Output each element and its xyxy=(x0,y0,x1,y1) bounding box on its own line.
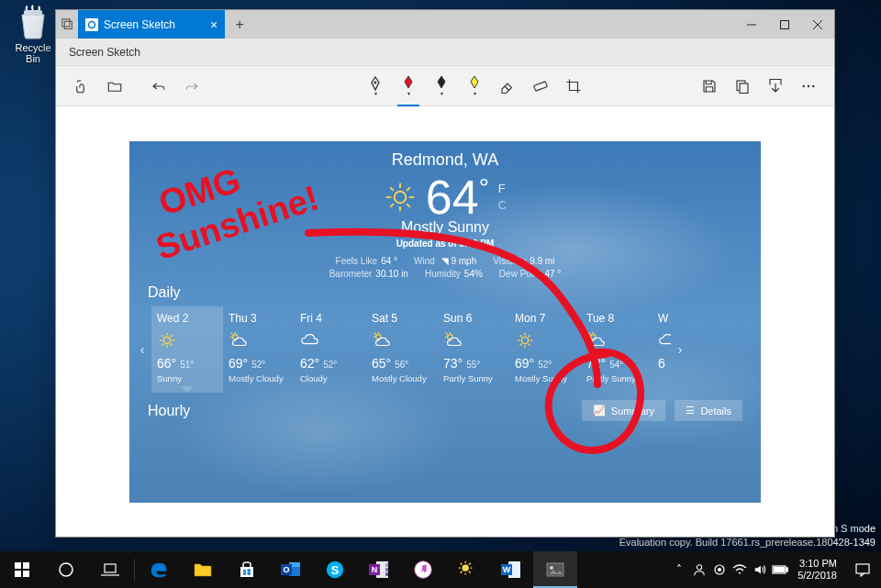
summary-button[interactable]: 📈Summary xyxy=(582,400,665,421)
day-name: Wed 2 xyxy=(157,312,217,325)
undo-button[interactable] xyxy=(144,72,173,101)
weather-screenshot: Redmond, WA 64° F C Mostly Sunn xyxy=(129,141,761,503)
recycle-bin-label: Recycle Bin xyxy=(7,42,59,64)
store-button[interactable] xyxy=(225,551,269,588)
svg-point-98 xyxy=(550,566,553,570)
battery-icon[interactable] xyxy=(770,551,790,588)
more-button[interactable] xyxy=(794,72,823,101)
volume-icon[interactable] xyxy=(750,551,770,588)
recycle-bin[interactable]: Recycle Bin xyxy=(7,4,59,64)
hourly-title: Hourly xyxy=(148,403,190,419)
people-icon[interactable] xyxy=(689,551,709,588)
skype-button[interactable]: S xyxy=(313,551,357,588)
svg-rect-62 xyxy=(15,571,21,577)
svg-rect-79 xyxy=(385,568,388,571)
svg-line-90 xyxy=(461,563,463,565)
svg-point-99 xyxy=(697,565,702,570)
minimize-button[interactable] xyxy=(735,10,768,39)
details-button[interactable]: ☰Details xyxy=(675,400,742,421)
maximize-button[interactable] xyxy=(768,10,801,39)
svg-text:N: N xyxy=(372,565,378,574)
itunes-button[interactable] xyxy=(401,551,445,588)
new-tab-button[interactable]: + xyxy=(225,10,254,39)
ballpoint-pen-button[interactable]: ▾ xyxy=(361,72,390,101)
day-name: Mon 7 xyxy=(515,312,575,325)
weather-location: Redmond, WA xyxy=(129,141,761,170)
svg-line-44 xyxy=(446,333,448,335)
highlighter-button[interactable]: ▾ xyxy=(460,72,489,101)
next-day-button[interactable]: › xyxy=(671,306,689,393)
tab-close-icon[interactable]: × xyxy=(210,17,217,32)
file-explorer-button[interactable] xyxy=(181,551,225,588)
svg-text:W: W xyxy=(503,565,511,574)
svg-point-101 xyxy=(719,569,721,571)
svg-point-2 xyxy=(89,21,95,28)
day-card[interactable]: Sun 673°55°Partly Sunny xyxy=(438,306,509,393)
touch-writing-button[interactable] xyxy=(67,72,96,101)
eraser-button[interactable] xyxy=(493,72,522,101)
tab-screen-sketch[interactable]: Screen Sketch × xyxy=(78,10,225,39)
svg-rect-67 xyxy=(243,570,246,572)
svg-rect-70 xyxy=(248,572,251,575)
onenote-button[interactable]: N xyxy=(357,551,401,588)
pencil-tool-button[interactable]: ▾ xyxy=(427,72,456,101)
outlook-button[interactable]: O xyxy=(269,551,313,588)
canvas-area[interactable]: Redmond, WA 64° F C Mostly Sunn xyxy=(56,106,834,537)
day-name: Thu 3 xyxy=(229,312,289,325)
wifi-icon[interactable] xyxy=(730,551,750,588)
action-center-button[interactable] xyxy=(844,562,881,577)
start-button[interactable] xyxy=(0,551,44,588)
svg-rect-78 xyxy=(385,563,388,567)
ruler-button[interactable] xyxy=(526,72,555,101)
weather-condition: Mostly Sunny xyxy=(129,219,761,236)
system-tray: ˄ 3:10 PM 5/2/2018 xyxy=(669,551,881,588)
svg-line-31 xyxy=(171,336,173,338)
svg-point-14 xyxy=(812,84,814,86)
location-icon[interactable] xyxy=(709,551,730,588)
temp-units[interactable]: F C xyxy=(498,181,507,213)
save-button[interactable] xyxy=(695,72,724,101)
svg-rect-9 xyxy=(534,81,548,90)
svg-rect-0 xyxy=(61,19,69,27)
svg-line-51 xyxy=(529,344,530,346)
weather-button[interactable] xyxy=(445,551,489,588)
day-card[interactable]: Sat 565°56°Mostly Cloudy xyxy=(366,306,438,393)
svg-rect-105 xyxy=(856,564,869,573)
prev-day-button[interactable]: ‹ xyxy=(133,306,151,393)
tray-chevron-icon[interactable]: ˄ xyxy=(669,551,689,588)
day-name: Sun 6 xyxy=(443,312,504,325)
weather-temp: 64 xyxy=(426,171,479,224)
svg-rect-65 xyxy=(105,564,116,572)
crop-button[interactable] xyxy=(559,72,588,101)
task-view-button[interactable] xyxy=(88,551,132,588)
share-button[interactable] xyxy=(761,72,790,101)
open-button[interactable] xyxy=(100,72,129,101)
svg-line-40 xyxy=(374,333,376,335)
svg-point-15 xyxy=(394,192,406,204)
screen-sketch-taskbar-button[interactable] xyxy=(533,551,577,588)
redo-button[interactable] xyxy=(177,72,206,101)
titlebar: Screen Sketch × + xyxy=(56,10,834,39)
day-card[interactable]: Wed 266°51°Sunny xyxy=(151,306,223,393)
day-card[interactable]: Tue 872°54°Partly Sunny xyxy=(581,306,652,393)
day-card[interactable]: Fri 462°52°Cloudy xyxy=(295,306,366,393)
copy-button[interactable] xyxy=(728,72,757,101)
svg-rect-60 xyxy=(15,562,21,569)
pen-tool-button[interactable]: ▾ xyxy=(394,72,423,101)
taskbar-clock[interactable]: 3:10 PM 5/2/2018 xyxy=(790,558,844,582)
day-card[interactable]: Mon 769°52°Mostly Sunny xyxy=(509,306,581,393)
svg-line-53 xyxy=(520,344,522,346)
svg-line-23 xyxy=(390,204,394,207)
svg-line-91 xyxy=(469,571,471,573)
svg-point-24 xyxy=(163,337,170,343)
svg-line-32 xyxy=(162,344,164,346)
edge-button[interactable] xyxy=(137,551,181,588)
svg-rect-61 xyxy=(23,562,29,569)
word-button[interactable]: W xyxy=(489,551,533,588)
day-card[interactable]: Thu 369°52°Mostly Cloudy xyxy=(223,306,295,393)
day-card[interactable]: W6 xyxy=(652,306,671,393)
cortana-button[interactable] xyxy=(44,551,88,588)
daily-title: Daily xyxy=(129,279,761,303)
close-button[interactable] xyxy=(801,10,834,39)
tab-title: Screen Sketch xyxy=(104,18,175,31)
